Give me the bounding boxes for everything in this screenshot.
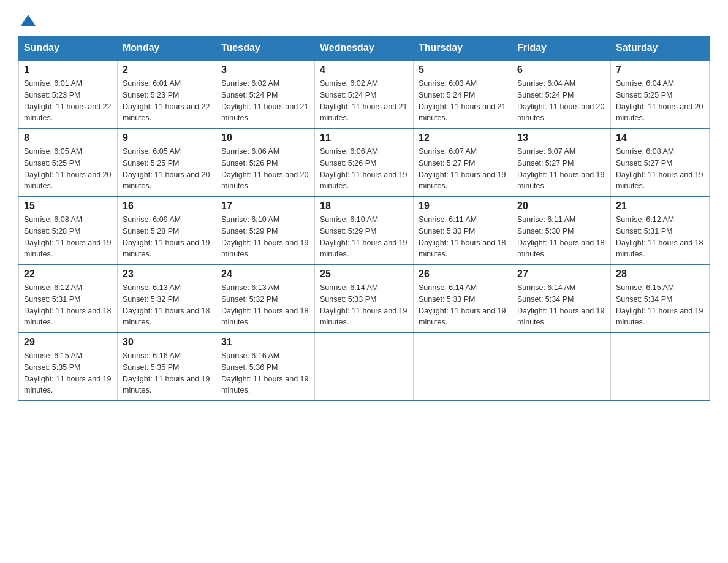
day-info: Sunrise: 6:06 AMSunset: 5:26 PMDaylight:…: [221, 146, 309, 192]
day-number: 15: [24, 201, 112, 212]
calendar-cell: 12 Sunrise: 6:07 AMSunset: 5:27 PMDaylig…: [414, 128, 512, 196]
day-number: 6: [517, 64, 605, 75]
day-number: 8: [24, 132, 112, 144]
calendar-cell: 7 Sunrise: 6:04 AMSunset: 5:25 PMDayligh…: [611, 60, 710, 128]
logo: [18, 12, 40, 29]
day-number: 9: [123, 132, 211, 144]
day-number: 10: [221, 132, 309, 144]
day-number: 11: [320, 132, 408, 144]
calendar-cell: 4 Sunrise: 6:02 AMSunset: 5:24 PMDayligh…: [315, 60, 414, 128]
col-header-friday: Friday: [512, 36, 611, 61]
calendar-week-row: 8 Sunrise: 6:05 AMSunset: 5:25 PMDayligh…: [19, 128, 710, 196]
calendar-cell: 18 Sunrise: 6:10 AMSunset: 5:29 PMDaylig…: [315, 196, 414, 264]
day-number: 2: [123, 64, 211, 75]
day-info: Sunrise: 6:02 AMSunset: 5:24 PMDaylight:…: [320, 78, 408, 124]
calendar-week-row: 29 Sunrise: 6:15 AMSunset: 5:35 PMDaylig…: [19, 332, 710, 400]
calendar-cell: 15 Sunrise: 6:08 AMSunset: 5:28 PMDaylig…: [19, 196, 118, 264]
day-info: Sunrise: 6:12 AMSunset: 5:31 PMDaylight:…: [616, 214, 704, 260]
day-number: 22: [24, 269, 112, 280]
calendar-cell: [414, 332, 512, 400]
day-number: 18: [320, 201, 408, 212]
day-number: 3: [221, 64, 309, 75]
day-number: 20: [517, 201, 605, 212]
day-info: Sunrise: 6:13 AMSunset: 5:32 PMDaylight:…: [221, 282, 309, 328]
day-number: 21: [616, 201, 704, 212]
day-number: 27: [517, 269, 605, 280]
day-info: Sunrise: 6:10 AMSunset: 5:29 PMDaylight:…: [320, 214, 408, 260]
calendar-cell: 10 Sunrise: 6:06 AMSunset: 5:26 PMDaylig…: [216, 128, 315, 196]
day-info: Sunrise: 6:08 AMSunset: 5:27 PMDaylight:…: [616, 146, 704, 192]
day-info: Sunrise: 6:10 AMSunset: 5:29 PMDaylight:…: [221, 214, 309, 260]
day-info: Sunrise: 6:14 AMSunset: 5:34 PMDaylight:…: [517, 282, 605, 328]
day-number: 31: [221, 337, 309, 348]
calendar-cell: 31 Sunrise: 6:16 AMSunset: 5:36 PMDaylig…: [216, 332, 315, 400]
day-info: Sunrise: 6:15 AMSunset: 5:34 PMDaylight:…: [616, 282, 704, 328]
calendar-table: SundayMondayTuesdayWednesdayThursdayFrid…: [18, 36, 710, 401]
day-info: Sunrise: 6:14 AMSunset: 5:33 PMDaylight:…: [419, 282, 507, 328]
calendar-cell: 17 Sunrise: 6:10 AMSunset: 5:29 PMDaylig…: [216, 196, 315, 264]
calendar-cell: 2 Sunrise: 6:01 AMSunset: 5:23 PMDayligh…: [118, 60, 216, 128]
day-info: Sunrise: 6:07 AMSunset: 5:27 PMDaylight:…: [419, 146, 507, 192]
day-number: 13: [517, 132, 605, 144]
calendar-cell: 20 Sunrise: 6:11 AMSunset: 5:30 PMDaylig…: [512, 196, 611, 264]
day-info: Sunrise: 6:11 AMSunset: 5:30 PMDaylight:…: [419, 214, 507, 260]
day-info: Sunrise: 6:15 AMSunset: 5:35 PMDaylight:…: [24, 350, 112, 396]
day-number: 29: [24, 337, 112, 348]
calendar-cell: [512, 332, 611, 400]
calendar-cell: 25 Sunrise: 6:14 AMSunset: 5:33 PMDaylig…: [315, 264, 414, 332]
calendar-cell: 26 Sunrise: 6:14 AMSunset: 5:33 PMDaylig…: [414, 264, 512, 332]
day-info: Sunrise: 6:06 AMSunset: 5:26 PMDaylight:…: [320, 146, 408, 192]
calendar-cell: 19 Sunrise: 6:11 AMSunset: 5:30 PMDaylig…: [414, 196, 512, 264]
calendar-cell: 24 Sunrise: 6:13 AMSunset: 5:32 PMDaylig…: [216, 264, 315, 332]
calendar-header-row: SundayMondayTuesdayWednesdayThursdayFrid…: [19, 36, 710, 61]
calendar-cell: 13 Sunrise: 6:07 AMSunset: 5:27 PMDaylig…: [512, 128, 611, 196]
calendar-cell: 14 Sunrise: 6:08 AMSunset: 5:27 PMDaylig…: [611, 128, 710, 196]
day-info: Sunrise: 6:12 AMSunset: 5:31 PMDaylight:…: [24, 282, 112, 328]
day-info: Sunrise: 6:16 AMSunset: 5:36 PMDaylight:…: [221, 350, 309, 396]
calendar-cell: [611, 332, 710, 400]
calendar-cell: [315, 332, 414, 400]
day-info: Sunrise: 6:13 AMSunset: 5:32 PMDaylight:…: [123, 282, 211, 328]
day-number: 30: [123, 337, 211, 348]
col-header-monday: Monday: [118, 36, 216, 61]
day-number: 24: [221, 269, 309, 280]
day-number: 28: [616, 269, 704, 280]
calendar-cell: 28 Sunrise: 6:15 AMSunset: 5:34 PMDaylig…: [611, 264, 710, 332]
calendar-cell: 3 Sunrise: 6:02 AMSunset: 5:24 PMDayligh…: [216, 60, 315, 128]
calendar-cell: 22 Sunrise: 6:12 AMSunset: 5:31 PMDaylig…: [19, 264, 118, 332]
day-number: 16: [123, 201, 211, 212]
day-number: 17: [221, 201, 309, 212]
calendar-cell: 1 Sunrise: 6:01 AMSunset: 5:23 PMDayligh…: [19, 60, 118, 128]
day-number: 23: [123, 269, 211, 280]
day-info: Sunrise: 6:05 AMSunset: 5:25 PMDaylight:…: [24, 146, 112, 192]
day-info: Sunrise: 6:09 AMSunset: 5:28 PMDaylight:…: [123, 214, 211, 260]
day-info: Sunrise: 6:05 AMSunset: 5:25 PMDaylight:…: [123, 146, 211, 192]
svg-marker-0: [21, 15, 36, 26]
day-number: 19: [419, 201, 507, 212]
calendar-cell: 23 Sunrise: 6:13 AMSunset: 5:32 PMDaylig…: [118, 264, 216, 332]
col-header-saturday: Saturday: [611, 36, 710, 61]
calendar-cell: 16 Sunrise: 6:09 AMSunset: 5:28 PMDaylig…: [118, 196, 216, 264]
calendar-cell: 5 Sunrise: 6:03 AMSunset: 5:24 PMDayligh…: [414, 60, 512, 128]
day-number: 25: [320, 269, 408, 280]
calendar-week-row: 1 Sunrise: 6:01 AMSunset: 5:23 PMDayligh…: [19, 60, 710, 128]
col-header-thursday: Thursday: [414, 36, 512, 61]
day-number: 5: [419, 64, 507, 75]
day-info: Sunrise: 6:14 AMSunset: 5:33 PMDaylight:…: [320, 282, 408, 328]
day-number: 4: [320, 64, 408, 75]
col-header-wednesday: Wednesday: [315, 36, 414, 61]
logo-icon: [20, 12, 37, 29]
day-info: Sunrise: 6:01 AMSunset: 5:23 PMDaylight:…: [24, 78, 112, 124]
calendar-cell: 21 Sunrise: 6:12 AMSunset: 5:31 PMDaylig…: [611, 196, 710, 264]
day-number: 7: [616, 64, 704, 75]
page-header: [18, 12, 710, 29]
calendar-week-row: 22 Sunrise: 6:12 AMSunset: 5:31 PMDaylig…: [19, 264, 710, 332]
day-number: 26: [419, 269, 507, 280]
calendar-cell: 29 Sunrise: 6:15 AMSunset: 5:35 PMDaylig…: [19, 332, 118, 400]
day-info: Sunrise: 6:07 AMSunset: 5:27 PMDaylight:…: [517, 146, 605, 192]
col-header-tuesday: Tuesday: [216, 36, 315, 61]
day-number: 1: [24, 64, 112, 75]
col-header-sunday: Sunday: [19, 36, 118, 61]
day-info: Sunrise: 6:03 AMSunset: 5:24 PMDaylight:…: [419, 78, 507, 124]
day-info: Sunrise: 6:11 AMSunset: 5:30 PMDaylight:…: [517, 214, 605, 260]
